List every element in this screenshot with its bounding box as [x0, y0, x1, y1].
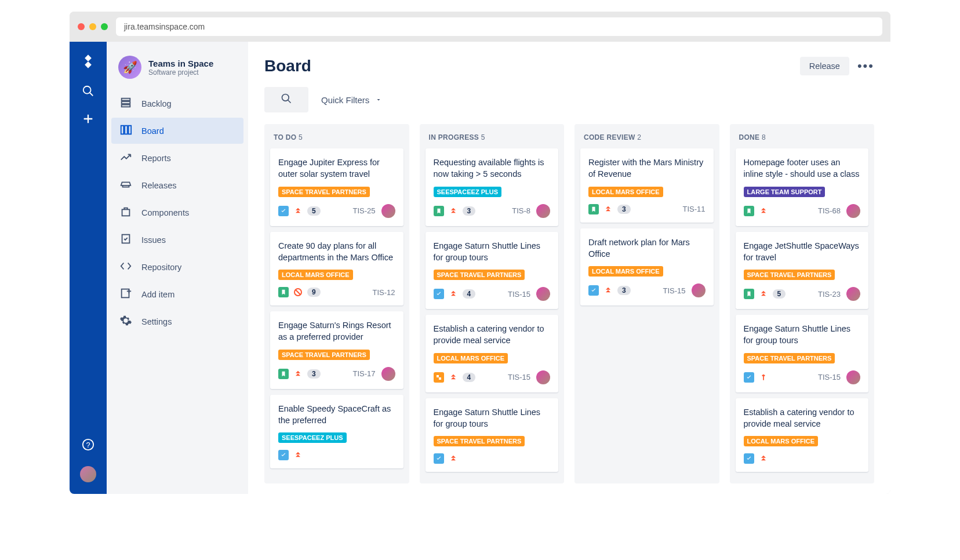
sidebar-item-repository[interactable]: Repository	[111, 254, 243, 280]
project-type: Software project	[148, 68, 213, 77]
issue-key: TIS-15	[663, 286, 685, 295]
card-title: Register with the Mars Ministry of Reven…	[588, 157, 706, 180]
browser-title-bar: jira.teamsinspace.com	[70, 12, 890, 42]
story-type-icon	[744, 289, 754, 299]
story-points-badge: 3	[617, 205, 631, 214]
create-icon[interactable]	[82, 112, 94, 125]
card-title: Draft network plan for Mars Office	[588, 237, 706, 260]
url-bar[interactable]: jira.teamsinspace.com	[116, 17, 882, 36]
sidebar-item-settings[interactable]: Settings	[111, 308, 243, 334]
card-title: Engage Saturn's Rings Resort as a prefer…	[278, 319, 395, 343]
svg-rect-6	[122, 99, 130, 101]
project-icon: 🚀	[118, 56, 141, 79]
priority-highest-icon	[449, 373, 458, 382]
sidebar-item-components[interactable]: Components	[111, 199, 243, 226]
sidebar-item-backlog[interactable]: Backlog	[111, 90, 243, 117]
issue-key: TIS-23	[818, 290, 841, 299]
svg-rect-12	[122, 209, 130, 216]
window-close-button[interactable]	[78, 23, 85, 30]
more-actions-button[interactable]: •••	[857, 59, 874, 74]
issues-icon	[119, 232, 132, 247]
release-button[interactable]: Release	[800, 57, 849, 75]
issue-card[interactable]: Requesting available flights is now taki…	[426, 148, 559, 226]
issue-card[interactable]: Establish a catering vendor to provide m…	[736, 398, 869, 472]
window-maximize-button[interactable]	[101, 23, 108, 30]
board-column-to-do: TO DO 5 Engage Jupiter Express for outer…	[264, 124, 409, 483]
sidebar-item-releases[interactable]: Releases	[111, 172, 243, 198]
window-minimize-button[interactable]	[89, 23, 96, 30]
sidebar-item-label: Settings	[141, 317, 172, 326]
card-title: Engage Saturn Shuttle Lines for group to…	[434, 240, 551, 264]
svg-line-20	[296, 290, 300, 294]
issue-card[interactable]: Draft network plan for Mars Office LOCAL…	[580, 228, 714, 306]
priority-highest-icon	[449, 289, 458, 299]
card-epic-label: SPACE TRAVEL PARTNERS	[434, 436, 525, 446]
help-icon[interactable]: ?	[82, 438, 94, 451]
main-content: Board Release ••• Quick Filters TO DO 5 …	[248, 42, 890, 494]
assignee-avatar[interactable]	[381, 204, 395, 218]
assignee-avatar[interactable]	[381, 367, 395, 381]
issue-card[interactable]: Homepage footer uses an inline style - s…	[736, 148, 869, 226]
assignee-avatar[interactable]	[692, 283, 706, 297]
project-name: Teams in Space	[148, 59, 213, 68]
sidebar-item-board[interactable]: Board	[111, 118, 243, 144]
assignee-avatar[interactable]	[536, 287, 550, 301]
issue-card[interactable]: Register with the Mars Ministry of Reven…	[580, 148, 714, 223]
issue-card[interactable]: Engage JetShuttle SpaceWays for travel S…	[736, 232, 869, 310]
svg-rect-9	[121, 126, 124, 134]
priority-highest-icon	[293, 206, 303, 216]
jira-logo-icon[interactable]	[80, 53, 96, 70]
story-points-badge: 4	[463, 289, 476, 299]
sidebar-item-reports[interactable]: Reports	[111, 145, 243, 171]
profile-avatar[interactable]	[80, 466, 96, 482]
story-type-icon	[744, 206, 754, 216]
sidebar-item-label: Releases	[141, 181, 176, 190]
issue-card[interactable]: Create 90 day plans for all departments …	[270, 232, 403, 306]
priority-highest-icon	[449, 454, 458, 463]
column-count: 5	[481, 133, 485, 141]
assignee-avatar[interactable]	[846, 204, 860, 218]
card-epic-label: LOCAL MARS OFFICE	[744, 436, 819, 446]
story-type-icon	[588, 204, 599, 214]
card-title: Engage JetShuttle SpaceWays for travel	[744, 240, 861, 264]
task-type-icon	[744, 372, 754, 383]
task-type-icon	[434, 453, 444, 464]
story-points-badge: 5	[773, 289, 786, 299]
story-points-badge: 3	[617, 286, 631, 295]
search-icon[interactable]	[82, 85, 94, 97]
sidebar-item-add-item[interactable]: Add item	[111, 281, 243, 307]
svg-rect-14	[122, 289, 129, 298]
sidebar-item-issues[interactable]: Issues	[111, 227, 243, 253]
issue-card[interactable]: Engage Jupiter Express for outer solar s…	[270, 148, 403, 226]
sidebar-item-label: Repository	[141, 263, 181, 272]
issue-key: TIS-11	[682, 205, 705, 213]
priority-blocker-icon	[293, 288, 303, 297]
card-title: Engage Saturn Shuttle Lines for group to…	[744, 323, 861, 347]
card-epic-label: LOCAL MARS OFFICE	[588, 187, 663, 197]
quick-filters-dropdown[interactable]: Quick Filters	[321, 95, 382, 105]
issue-card[interactable]: Establish a catering vendor to provide m…	[426, 315, 559, 392]
column-header: CODE REVIEW 2	[580, 130, 714, 148]
svg-rect-7	[122, 101, 130, 104]
issue-card[interactable]: Enable Speedy SpaceCraft as the preferre…	[270, 395, 403, 469]
assignee-avatar[interactable]	[536, 204, 550, 218]
board-search-button[interactable]	[264, 87, 308, 112]
issue-card[interactable]: Engage Saturn Shuttle Lines for group to…	[426, 398, 559, 472]
card-title: Homepage footer uses an inline style - s…	[744, 157, 861, 180]
issue-card[interactable]: Engage Saturn Shuttle Lines for group to…	[736, 315, 869, 392]
project-header[interactable]: 🚀 Teams in Space Software project	[111, 56, 243, 90]
card-title: Create 90 day plans for all departments …	[278, 240, 395, 264]
card-title: Engage Saturn Shuttle Lines for group to…	[434, 406, 551, 430]
story-points-badge: 5	[307, 206, 321, 216]
issue-card[interactable]: Engage Saturn's Rings Resort as a prefer…	[270, 311, 403, 389]
issue-key: TIS-8	[512, 206, 530, 215]
card-title: Engage Jupiter Express for outer solar s…	[278, 157, 395, 180]
project-sidebar: 🚀 Teams in Space Software project Backlo…	[107, 42, 248, 494]
story-points-badge: 3	[307, 369, 321, 379]
assignee-avatar[interactable]	[536, 370, 550, 384]
assignee-avatar[interactable]	[846, 370, 860, 384]
story-type-icon	[278, 369, 289, 379]
card-epic-label: LOCAL MARS OFFICE	[434, 353, 508, 363]
issue-card[interactable]: Engage Saturn Shuttle Lines for group to…	[426, 232, 559, 310]
assignee-avatar[interactable]	[846, 287, 860, 301]
